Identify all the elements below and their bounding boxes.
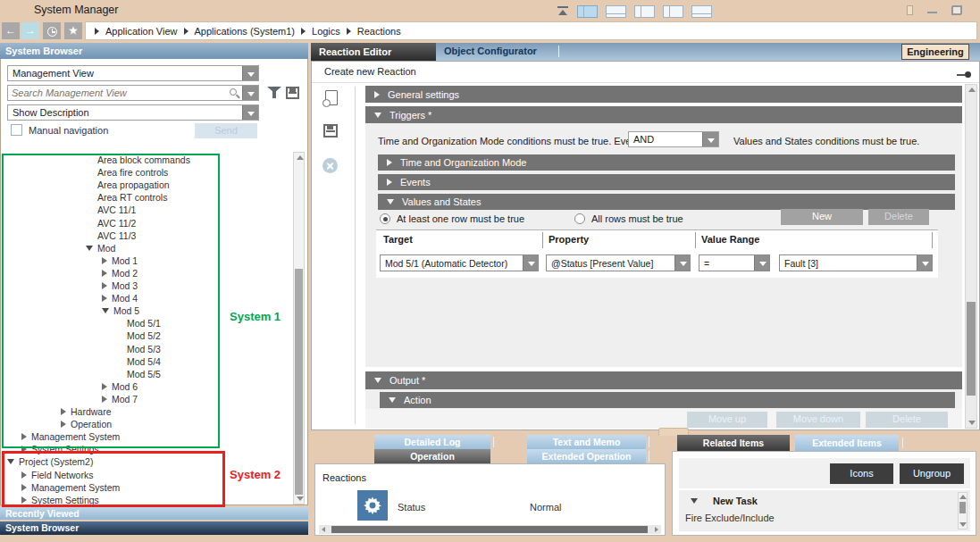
layout-single-icon[interactable] xyxy=(691,5,712,18)
section-general-settings[interactable]: General settings xyxy=(365,86,962,103)
window-menu-icon[interactable] xyxy=(907,5,913,15)
collapsed-icon[interactable] xyxy=(102,295,107,302)
chevron-down-icon[interactable] xyxy=(242,105,258,120)
scroll-down-icon[interactable] xyxy=(959,522,967,527)
tab-text-and-memo[interactable]: Text and Memo xyxy=(527,435,646,449)
tree-item[interactable]: Mod 4 xyxy=(102,292,138,304)
collapsed-icon[interactable] xyxy=(102,396,107,403)
layout-vertical-icon[interactable] xyxy=(634,5,655,18)
tree-item[interactable]: Management System xyxy=(21,481,120,494)
scroll-up-icon[interactable] xyxy=(968,88,976,92)
description-select[interactable]: Show Description xyxy=(7,104,259,121)
collapsed-icon[interactable] xyxy=(21,484,27,491)
expanded-icon[interactable] xyxy=(7,459,14,464)
h-scrollbar-thumb[interactable] xyxy=(331,526,648,533)
filter-icon[interactable] xyxy=(267,87,281,99)
section-values-states[interactable]: Values and States xyxy=(378,194,955,210)
move-down-button[interactable]: Move down xyxy=(776,412,860,428)
collapsed-icon[interactable] xyxy=(21,496,27,504)
tree-item[interactable]: System Settings xyxy=(21,443,99,455)
property-select[interactable]: @Status [Present Value] xyxy=(546,254,691,271)
search-input[interactable] xyxy=(12,87,217,99)
editor-scrollbar-thumb[interactable] xyxy=(967,302,976,396)
tree-item[interactable]: Field Networks xyxy=(21,469,93,481)
radio-all-rows[interactable] xyxy=(574,213,585,224)
scroll-down-icon[interactable] xyxy=(297,496,304,501)
chevron-down-icon[interactable] xyxy=(674,255,690,271)
pin-icon[interactable] xyxy=(957,71,971,78)
tree-item[interactable]: Operation xyxy=(61,418,112,430)
tree-scrollbar[interactable] xyxy=(293,152,305,504)
collapsed-icon[interactable] xyxy=(102,282,107,289)
tree-item[interactable]: Project (System2) xyxy=(7,455,93,468)
tree-item[interactable]: Area block commands xyxy=(86,154,190,166)
breadcrumb-item[interactable]: Application View xyxy=(105,26,178,37)
chevron-down-icon[interactable] xyxy=(242,86,258,100)
search-icon[interactable] xyxy=(230,88,237,96)
editor-scrollbar[interactable] xyxy=(965,84,977,429)
chevron-down-icon[interactable] xyxy=(754,255,769,271)
section-events[interactable]: Events xyxy=(378,174,955,190)
save-view-icon[interactable] xyxy=(286,87,299,99)
minimize-icon[interactable] xyxy=(927,5,937,15)
delete-action-button[interactable]: Delete xyxy=(866,412,948,428)
section-action[interactable]: Action xyxy=(380,392,955,408)
section-output[interactable]: Output * xyxy=(365,371,962,389)
tree-item[interactable]: Mod 1 xyxy=(102,254,138,267)
tree-item[interactable]: Management System xyxy=(21,430,120,443)
breadcrumb-item[interactable]: Applications (System1) xyxy=(195,26,296,37)
tree-item[interactable]: Mod xyxy=(86,242,115,254)
tree-item[interactable]: Mod 2 xyxy=(102,267,138,279)
tree-item[interactable]: System Settings xyxy=(21,494,99,505)
scroll-down-icon[interactable] xyxy=(968,421,976,425)
view-select[interactable]: Management View xyxy=(7,65,259,81)
tree-item[interactable]: Mod 5/1 xyxy=(115,317,161,329)
section-time-org-mode[interactable]: Time and Organization Mode xyxy=(378,154,955,171)
forward-button[interactable]: → xyxy=(21,22,39,39)
tree-item[interactable]: AVC 11/1 xyxy=(86,204,136,216)
tab-object-configurator[interactable]: Object Configurator xyxy=(444,46,537,56)
system-browser-bar[interactable]: System Browser xyxy=(0,521,308,535)
expanded-icon[interactable] xyxy=(691,498,698,504)
tree-item[interactable]: Area RT controls xyxy=(86,191,167,204)
tab-extended-items[interactable]: Extended Items xyxy=(795,435,899,451)
scroll-left-icon[interactable] xyxy=(322,527,325,532)
manual-navigation-checkbox[interactable] xyxy=(11,124,22,136)
reaction-gear-icon[interactable] xyxy=(357,490,388,521)
tab-detailed-log[interactable]: Detailed Log xyxy=(374,435,490,449)
favorites-button[interactable]: ★ xyxy=(64,22,82,39)
new-reaction-icon[interactable] xyxy=(325,90,338,105)
target-select[interactable]: Mod 5/1 (Automatic Detector) xyxy=(380,254,539,271)
tree-item[interactable]: AVC 11/2 xyxy=(86,217,136,229)
tree-item[interactable]: Mod 5/5 xyxy=(115,368,161,380)
restore-icon[interactable] xyxy=(951,5,962,15)
tab-reaction-editor[interactable]: Reaction Editor xyxy=(311,43,436,61)
collapsed-icon[interactable] xyxy=(21,471,27,479)
breadcrumb-item[interactable]: Logics xyxy=(312,26,340,37)
tree-item[interactable]: AVC 11/3 xyxy=(86,229,136,242)
scroll-right-icon[interactable] xyxy=(655,527,658,532)
chevron-down-icon[interactable] xyxy=(523,255,538,271)
tree-item[interactable]: Hardware xyxy=(61,405,112,418)
new-row-button[interactable]: New xyxy=(781,209,863,225)
discard-icon[interactable] xyxy=(322,158,338,173)
related-scrollbar[interactable] xyxy=(958,492,967,529)
engineering-mode-button[interactable]: Engineering xyxy=(901,44,969,60)
expanded-icon[interactable] xyxy=(102,308,109,313)
tree-item[interactable]: Mod 6 xyxy=(102,380,138,393)
tree-item[interactable]: Mod 3 xyxy=(102,279,138,292)
column-divider[interactable] xyxy=(932,232,933,248)
operation-h-scrollbar[interactable] xyxy=(319,525,661,534)
back-button[interactable]: ← xyxy=(2,22,20,39)
layout-horizontal-icon[interactable] xyxy=(606,5,626,18)
collapse-all-icon[interactable] xyxy=(557,6,569,17)
collapsed-icon[interactable] xyxy=(102,257,107,264)
collapsed-icon[interactable] xyxy=(21,446,27,453)
scroll-up-icon[interactable] xyxy=(297,155,304,160)
collapsed-icon[interactable] xyxy=(61,408,66,415)
collapsed-icon[interactable] xyxy=(102,270,107,277)
collapsed-icon[interactable] xyxy=(61,421,66,428)
tree-item[interactable]: Mod 5 xyxy=(102,304,139,317)
expanded-icon[interactable] xyxy=(86,246,93,251)
tab-related-items[interactable]: Related Items xyxy=(677,435,790,451)
